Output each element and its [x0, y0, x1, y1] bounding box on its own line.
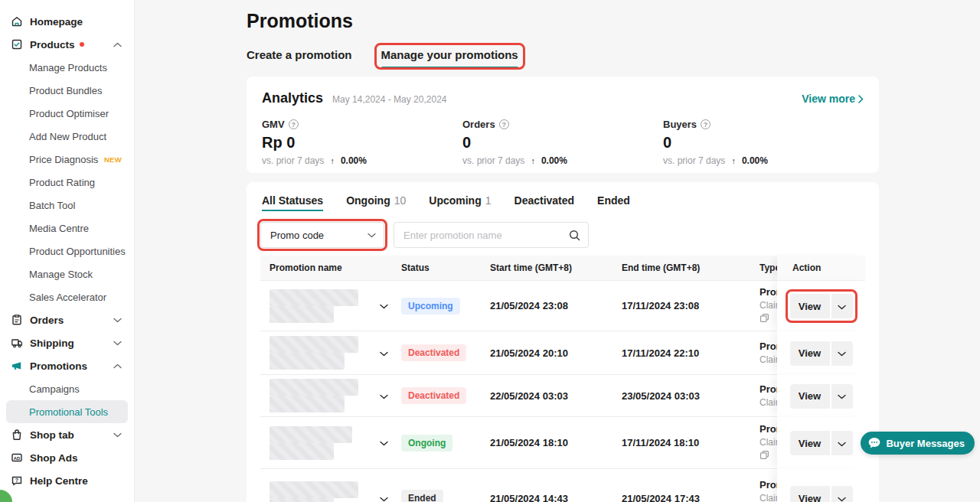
promotion-search	[394, 222, 589, 248]
view-dropdown-button[interactable]	[831, 294, 853, 318]
view-dropdown-button[interactable]	[831, 486, 853, 502]
view-button[interactable]: View	[790, 486, 830, 502]
up-arrow-icon: ↑	[731, 156, 736, 165]
copy-icon[interactable]	[760, 450, 777, 462]
copy-icon[interactable]	[760, 313, 777, 325]
promotion-type-dropdown[interactable]: Promo code	[260, 222, 384, 248]
table-header-row: Promotion name Status Start time (GMT+8)…	[260, 256, 865, 281]
sidebar-item-label: Product Bundles	[29, 85, 102, 96]
sidebar-item-label: Products	[30, 39, 75, 51]
sidebar-item-label: Promotional Tools	[29, 406, 108, 418]
chevron-down-icon	[838, 301, 846, 312]
row-expand-chevron[interactable]	[372, 493, 395, 502]
table-body: Upcoming 21/05/2024 23:08 17/11/2024 23:…	[260, 281, 865, 502]
col-header-end-time: End time (GMT+8)	[616, 262, 753, 273]
row-expand-chevron[interactable]	[372, 390, 395, 402]
sidebar-item-label: Product Optimiser	[29, 108, 109, 119]
products-icon	[11, 38, 23, 51]
view-more-link[interactable]: View more	[802, 93, 864, 105]
start-time: 21/05/2024 20:10	[490, 347, 568, 359]
sidebar-item-manage-products[interactable]: Manage Products	[0, 56, 134, 79]
end-time: 21/05/2024 17:43	[622, 493, 700, 502]
view-button[interactable]: View	[790, 294, 830, 318]
chevron-up-icon	[113, 363, 122, 369]
view-dropdown-button[interactable]	[831, 341, 853, 366]
promotion-name-redacted	[260, 336, 372, 370]
status-tab-deactivated[interactable]: Deactivated	[514, 194, 575, 213]
sidebar-item-batch-tool[interactable]: Batch Tool	[0, 194, 134, 217]
sidebar-item-price-diagnosis[interactable]: Price DiagnosisNEW	[0, 148, 134, 171]
promotions-table: Promotion name Status Start time (GMT+8)…	[260, 256, 865, 502]
sidebar-item-product-opportunities[interactable]: Product Opportunities	[0, 240, 134, 262]
type-cell: Promo code Claim code	[753, 479, 777, 502]
type-label: Promo code	[760, 383, 777, 395]
sidebar-item-product-bundles[interactable]: Product Bundles	[0, 79, 134, 102]
stat-delta: 0.00%	[341, 155, 367, 166]
sidebar-item-help-centre[interactable]: ?Help Centre	[0, 469, 134, 492]
status-tab-upcoming[interactable]: Upcoming1	[429, 194, 491, 213]
chevron-down-icon	[113, 318, 122, 323]
view-dropdown-button[interactable]	[831, 384, 853, 409]
shop-ads-icon: AD	[11, 451, 23, 464]
sidebar-item-product-rating[interactable]: Product Rating	[0, 171, 134, 194]
help-tooltip-icon[interactable]: ?	[701, 119, 710, 129]
tab-manage-your-promotions[interactable]: Manage your promotions	[381, 48, 518, 69]
status-badge: Ongoing	[401, 435, 452, 451]
table-row[interactable]: Deactivated 22/05/2024 03:03 23/05/2024 …	[260, 375, 865, 417]
sidebar-item-sales-accelerator[interactable]: Sales Accelerator	[0, 285, 134, 308]
chevron-down-icon	[838, 493, 846, 502]
buyer-messages-button[interactable]: Buyer Messages	[861, 432, 975, 455]
table-row[interactable]: Ongoing 21/05/2024 18:10 17/11/2024 18:1…	[260, 417, 865, 469]
view-button[interactable]: View	[790, 431, 830, 455]
sidebar-item-shipping[interactable]: Shipping	[0, 331, 134, 354]
sidebar-item-manage-stock[interactable]: Manage Stock	[0, 262, 134, 285]
svg-text:AD: AD	[14, 456, 21, 461]
sidebar-item-promotional-tools[interactable]: Promotional Tools	[6, 400, 128, 423]
sidebar-item-orders[interactable]: Orders	[0, 308, 134, 331]
promotion-search-input[interactable]	[403, 230, 569, 241]
search-icon[interactable]	[569, 230, 580, 241]
sidebar-item-homepage[interactable]: Homepage	[0, 10, 134, 33]
end-time: 17/11/2024 18:10	[622, 437, 699, 448]
sidebar-item-label: Homepage	[30, 16, 83, 28]
col-header-start-time: Start time (GMT+8)	[484, 262, 616, 273]
stat-value: 0	[462, 134, 663, 152]
table-row[interactable]: Upcoming 21/05/2024 23:08 17/11/2024 23:…	[260, 281, 865, 331]
sidebar-item-shop-tab[interactable]: Shop tab	[0, 423, 134, 446]
sidebar-item-add-new-product[interactable]: Add New Product	[0, 125, 134, 148]
help-tooltip-icon[interactable]: ?	[499, 119, 509, 129]
analytics-title: Analytics	[262, 90, 323, 106]
tab-create-a-promotion[interactable]: Create a promotion	[247, 48, 352, 69]
status-tab-all-statuses[interactable]: All Statuses	[262, 194, 323, 213]
view-button[interactable]: View	[790, 341, 830, 366]
status-tab-label: Ongoing	[346, 194, 390, 207]
sidebar-item-campaigns[interactable]: Campaigns	[0, 377, 134, 400]
row-expand-chevron[interactable]	[372, 347, 395, 359]
start-time: 21/05/2024 23:08	[490, 300, 568, 311]
sidebar-item-promotions[interactable]: Promotions	[0, 354, 134, 377]
view-dropdown-button[interactable]	[831, 431, 853, 455]
table-row[interactable]: Deactivated 21/05/2024 20:10 17/11/2024 …	[260, 331, 865, 375]
chevron-down-icon	[838, 347, 846, 359]
table-row[interactable]: Ended 21/05/2024 14:43 21/05/2024 17:43 …	[260, 469, 865, 502]
action-cell: View	[777, 469, 865, 502]
promotion-type-dropdown-value: Promo code	[270, 230, 324, 241]
stat-gmv: GMV?Rp 0vs. prior 7 days↑0.00%	[262, 119, 462, 166]
notification-dot	[80, 42, 84, 47]
status-tab-ended[interactable]: Ended	[597, 194, 630, 213]
sidebar-item-product-optimiser[interactable]: Product Optimiser	[0, 102, 134, 125]
help-centre-icon: ?	[11, 474, 23, 487]
sidebar-item-label: Help Centre	[30, 475, 88, 487]
sidebar-item-media-centre[interactable]: Media Centre	[0, 217, 134, 240]
new-badge: NEW	[104, 155, 122, 164]
sidebar-item-products[interactable]: Products	[0, 33, 134, 56]
sidebar-item-shop-ads[interactable]: ADShop Ads	[0, 446, 134, 469]
view-button[interactable]: View	[790, 384, 830, 409]
row-expand-chevron[interactable]	[372, 300, 395, 311]
status-tab-ongoing[interactable]: Ongoing10	[346, 194, 406, 213]
filters-row: Promo code	[260, 222, 865, 248]
row-expand-chevron[interactable]	[372, 437, 395, 448]
help-tooltip-icon[interactable]: ?	[289, 119, 299, 129]
chevron-down-icon	[380, 300, 388, 311]
type-cell: Promo code Claim code	[753, 423, 777, 462]
